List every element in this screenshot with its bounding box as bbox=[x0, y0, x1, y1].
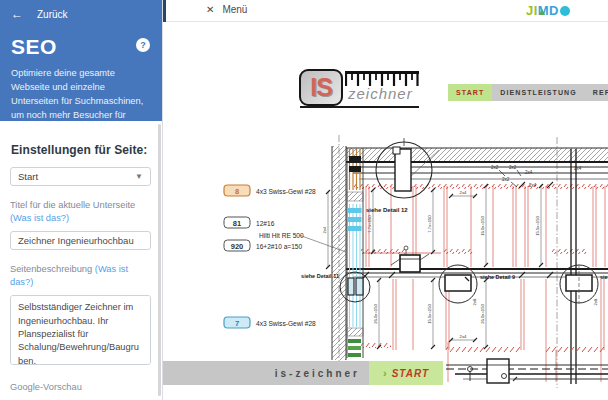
nav-item-dienstleistung[interactable]: DIENSTLEISTUNG bbox=[492, 84, 584, 101]
page-settings-panel: Einstellungen für Seite: Start ▼ Titel f… bbox=[0, 121, 162, 400]
pane-edge bbox=[163, 0, 166, 22]
google-preview-label: Google-Vorschau bbox=[10, 382, 152, 392]
footer-site-name: is-zeichner bbox=[275, 368, 360, 379]
hilti-note: Hilti Hit RE 500 bbox=[259, 232, 304, 239]
title-field-label: Titel für die aktuelle Unterseite (Was i… bbox=[10, 199, 152, 225]
panel-title: SEO bbox=[11, 35, 57, 59]
nav-item-referenzobjekte[interactable]: REFERENZO bbox=[585, 84, 608, 101]
callout-920: 920 16+2#10 a=150 bbox=[224, 240, 303, 251]
svg-text:2x4: 2x4 bbox=[574, 166, 582, 171]
svg-text:26.0x=150: 26.0x=150 bbox=[480, 303, 485, 323]
svg-text:2x4: 2x4 bbox=[460, 334, 467, 339]
page-select[interactable]: Start ▼ bbox=[10, 167, 151, 186]
svg-text:920: 920 bbox=[231, 242, 244, 251]
detail-right-label: siehe bbox=[600, 274, 608, 280]
detail-circle-right bbox=[560, 265, 598, 303]
svg-text:2x2: 2x2 bbox=[502, 177, 510, 182]
site-logo-initials: IS bbox=[310, 73, 332, 102]
svg-text:26.0x=150: 26.0x=150 bbox=[373, 303, 378, 323]
detail-12-label: siehe Detail 12 bbox=[366, 207, 408, 213]
bottom-drawing-fragment bbox=[446, 359, 608, 383]
jimdo-editor: ← Zurück SEO ? Optimiere deine gesamte W… bbox=[0, 0, 608, 400]
page-select-value: Start bbox=[18, 171, 38, 182]
callout-81: 81 12#16 bbox=[224, 217, 275, 228]
svg-text:16+2#10 a=150: 16+2#10 a=150 bbox=[256, 243, 303, 250]
footer-start-button[interactable]: › START bbox=[369, 361, 443, 385]
callout-8: 8 4x3 Swiss-Gewi #28 bbox=[224, 185, 316, 196]
chevron-down-icon: ▼ bbox=[135, 172, 143, 181]
back-arrow-icon: ← bbox=[11, 7, 23, 21]
mid-beam bbox=[346, 249, 608, 277]
svg-text:15.5x=150: 15.5x=150 bbox=[535, 215, 540, 235]
svg-text:15.5x=150: 15.5x=150 bbox=[427, 303, 432, 323]
cad-drawing: 7.7x=150 7.7x=150 16.0x=150 15.5x=150 15… bbox=[203, 132, 608, 394]
svg-text:12#16: 12#16 bbox=[256, 220, 275, 227]
svg-text:2x8: 2x8 bbox=[593, 298, 598, 305]
svg-text:2x4: 2x4 bbox=[460, 190, 467, 195]
svg-text:8: 8 bbox=[235, 187, 239, 196]
jimdo-logo: JI MD bbox=[526, 3, 570, 18]
detail-circle-9 bbox=[439, 265, 477, 303]
svg-text:2x2: 2x2 bbox=[491, 165, 499, 170]
seo-sidebar: ← Zurück SEO ? Optimiere deine gesamte W… bbox=[0, 0, 162, 400]
page-description-textarea[interactable]: Selbstständiger Zeichner im Ingenieurhoc… bbox=[10, 295, 151, 365]
svg-text:2x4: 2x4 bbox=[525, 170, 533, 175]
site-nav: START DIENSTLEISTUNG REFERENZO bbox=[448, 84, 608, 101]
description-field-label: Seitenbeschreibung (Was ist das?) bbox=[10, 263, 152, 289]
site-preview-pane: ✕ Menü JI MD IS bbox=[162, 0, 608, 400]
settings-heading: Einstellungen für Seite: bbox=[10, 131, 152, 167]
menu-label: Menü bbox=[222, 4, 247, 15]
back-label: Zurück bbox=[37, 9, 68, 20]
svg-text:7.7x=150: 7.7x=150 bbox=[367, 215, 372, 233]
back-button[interactable]: ← Zurück bbox=[0, 0, 162, 21]
website-content: IS zeichner START bbox=[163, 22, 608, 400]
svg-text:7: 7 bbox=[235, 319, 239, 328]
svg-text:4x3 Swiss-Gewi #28: 4x3 Swiss-Gewi #28 bbox=[256, 320, 316, 327]
detail-11-label: siehe Detail 11 bbox=[301, 273, 339, 279]
svg-text:2x4: 2x4 bbox=[322, 226, 327, 233]
sidebar-scrollbar[interactable] bbox=[158, 124, 161, 396]
jimdo-dot-icon bbox=[560, 6, 570, 16]
svg-text:2x8: 2x8 bbox=[472, 298, 477, 305]
preview-topbar: ✕ Menü JI MD bbox=[163, 0, 608, 22]
svg-text:81: 81 bbox=[233, 219, 241, 228]
rebar-column bbox=[347, 148, 363, 358]
callout-7: 7 4x3 Swiss-Gewi #28 bbox=[224, 317, 316, 328]
menu-close-button[interactable]: ✕ Menü bbox=[206, 4, 247, 15]
jimdo-triangle bbox=[539, 9, 545, 15]
close-icon: ✕ bbox=[206, 4, 214, 15]
help-icon[interactable]: ? bbox=[136, 38, 150, 52]
page-title-input[interactable] bbox=[10, 231, 151, 250]
svg-text:16.0x=150: 16.0x=150 bbox=[480, 215, 485, 235]
site-logo: IS bbox=[299, 69, 343, 106]
svg-text:4x3 Swiss-Gewi #28: 4x3 Swiss-Gewi #28 bbox=[256, 188, 316, 195]
slab-section bbox=[346, 148, 608, 189]
nav-item-start[interactable]: START bbox=[448, 84, 492, 101]
title-what-is-link[interactable]: (Was ist das?) bbox=[10, 213, 69, 223]
svg-text:7.7x=150: 7.7x=150 bbox=[427, 215, 432, 233]
site-logo-name: zeichner bbox=[348, 85, 413, 102]
svg-text:2x4: 2x4 bbox=[529, 183, 537, 188]
site-footer: is-zeichner bbox=[163, 361, 369, 385]
chevron-right-icon: › bbox=[383, 367, 387, 379]
detail-9-label: siehe Detail 9 bbox=[480, 274, 515, 280]
svg-text:2x2: 2x2 bbox=[509, 165, 517, 170]
logo-underline bbox=[300, 106, 419, 108]
